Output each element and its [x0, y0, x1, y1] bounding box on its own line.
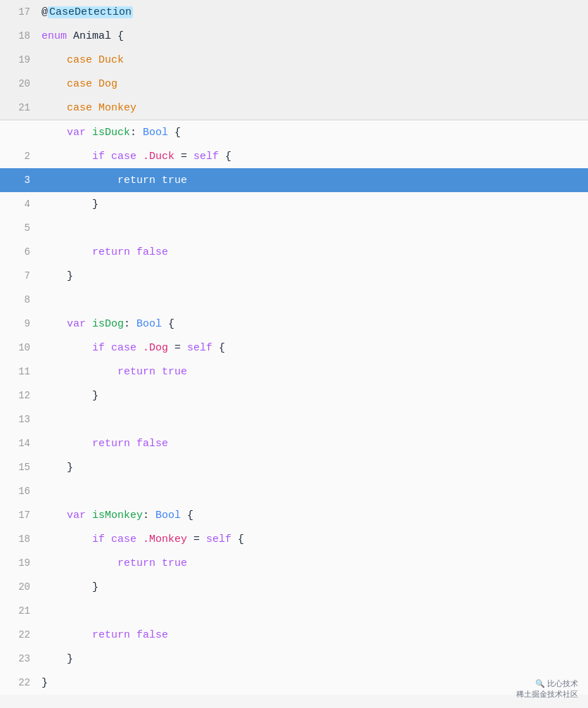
keyword-if: if — [92, 342, 111, 354]
keyword-return: return — [92, 246, 136, 258]
code-line: 7 } — [0, 264, 588, 288]
code-line: 16 — [0, 479, 588, 503]
code-line: 19 case Duck — [0, 48, 588, 72]
brace: { — [231, 533, 244, 545]
code-line: 21 case Monkey — [0, 96, 588, 120]
keyword: var — [67, 127, 92, 139]
keyword: var — [67, 318, 92, 330]
line-number: 12 — [0, 390, 39, 401]
brace: } — [67, 653, 73, 665]
brace: } — [92, 390, 98, 402]
brace: } — [92, 581, 98, 593]
code-content: var isDuck: Bool { — [39, 127, 588, 139]
line-number: 8 — [0, 294, 39, 305]
var-name: isDuck — [92, 127, 130, 139]
code-line: 9 var isDog: Bool { — [0, 312, 588, 336]
type: Bool — [136, 318, 162, 330]
keyword-case: case — [111, 533, 143, 545]
dot-duck: .Duck — [143, 151, 174, 163]
code-content: case Duck — [39, 54, 588, 66]
code-content: if case .Monkey = self { — [39, 533, 588, 545]
code-line: 4 } — [0, 192, 588, 216]
code-content: } — [39, 581, 588, 593]
brace: { — [212, 342, 225, 354]
brace: { — [219, 151, 231, 163]
code-line: 6 return false — [0, 240, 588, 264]
code-line: var isDuck: Bool { — [0, 120, 588, 144]
indent — [41, 270, 67, 282]
indent — [41, 342, 92, 354]
keyword-if: if — [92, 151, 111, 163]
code-line: 2 if case .Duck = self { — [0, 144, 588, 168]
keyword-true: true — [162, 175, 187, 187]
line-number: 23 — [0, 653, 39, 664]
keyword: enum — [41, 30, 73, 42]
keyword-return: return — [117, 557, 162, 569]
code-line: 13 — [0, 407, 588, 431]
code-line: 22 return false — [0, 623, 588, 647]
keyword-return: return — [117, 366, 162, 378]
code-content: return false — [39, 246, 588, 258]
code-line: 17 var isMonkey: Bool { — [0, 503, 588, 527]
code-content: } — [39, 462, 588, 474]
keyword-if: if — [92, 533, 111, 545]
line-number: 22 — [0, 629, 39, 640]
keyword-true: true — [162, 557, 187, 569]
keyword-false: false — [136, 629, 168, 641]
colon: : — [124, 318, 136, 330]
keyword-self: self — [187, 342, 212, 354]
var-name: isMonkey — [92, 510, 143, 521]
code-content: } — [39, 270, 588, 282]
watermark-line1: 🔍 比心技术 — [516, 678, 578, 689]
code-content: enum Animal { — [39, 30, 588, 42]
code-content: } — [39, 653, 588, 665]
code-line-active: 3 return true — [0, 168, 588, 192]
code-line: 12 } — [0, 384, 588, 407]
code-content: case Monkey — [39, 102, 588, 114]
brace: } — [92, 198, 98, 210]
indent — [41, 533, 92, 545]
line-number: 18 — [0, 533, 39, 545]
line-number: 19 — [0, 54, 39, 65]
annotation: CaseDetection — [48, 6, 133, 18]
line-number: 7 — [0, 270, 39, 282]
indent — [41, 629, 92, 641]
line-number: 5 — [0, 222, 39, 234]
type: Bool — [155, 510, 181, 521]
code-content: if case .Duck = self { — [39, 151, 588, 163]
case-monkey: case Monkey — [41, 102, 136, 114]
operator: = — [174, 151, 193, 163]
line-number: 2 — [0, 151, 39, 162]
brace: { — [162, 318, 174, 330]
indent — [41, 127, 67, 139]
line-number: 4 — [0, 198, 39, 210]
brace: { — [117, 30, 124, 42]
code-line: 22 } — [0, 671, 588, 695]
line-number: 20 — [0, 581, 39, 593]
identifier: Animal — [73, 30, 117, 42]
enum-section: 17 @CaseDetection 18 enum Animal { 19 ca… — [0, 0, 588, 120]
line-number: 13 — [0, 414, 39, 425]
case-duck: case Duck — [41, 54, 124, 66]
line-number: 15 — [0, 462, 39, 473]
code-line: 17 @CaseDetection — [0, 0, 588, 24]
line-number: 10 — [0, 342, 39, 353]
brace: } — [41, 677, 48, 689]
operator: = — [187, 533, 206, 545]
keyword-return: return — [117, 175, 162, 187]
line-number: 20 — [0, 78, 39, 89]
code-content: } — [39, 390, 588, 402]
type: Bool — [143, 127, 168, 139]
code-content: return true — [39, 557, 588, 569]
indent — [41, 462, 67, 474]
colon: : — [143, 510, 155, 521]
code-line: 11 return true — [0, 360, 588, 384]
indent — [41, 653, 67, 665]
brace: { — [168, 127, 181, 139]
keyword-false: false — [136, 246, 168, 258]
keyword-false: false — [136, 438, 168, 450]
indent — [41, 318, 67, 330]
indent — [41, 510, 67, 521]
code-line: 8 — [0, 288, 588, 312]
at-symbol: @ — [41, 6, 48, 18]
